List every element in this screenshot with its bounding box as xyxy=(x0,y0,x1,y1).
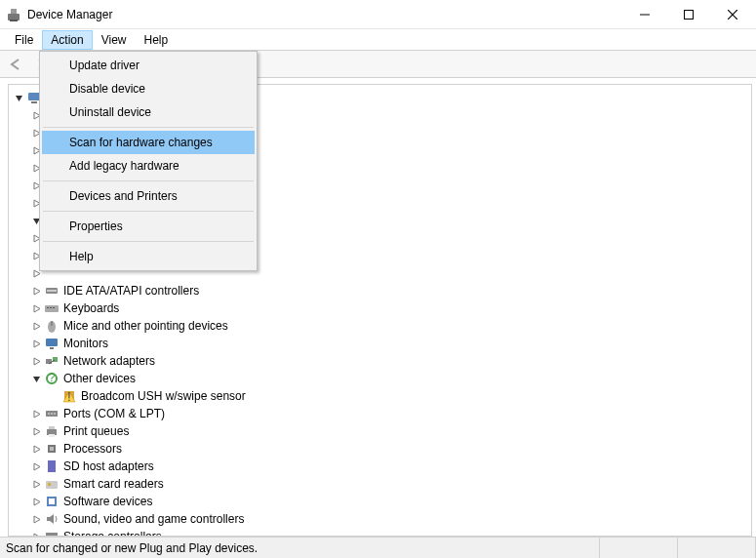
chevron-right-icon[interactable] xyxy=(30,287,42,296)
other-icon: ? xyxy=(44,371,60,386)
software-icon xyxy=(44,494,60,509)
chevron-right-icon[interactable] xyxy=(30,357,42,366)
menu-help[interactable]: Help xyxy=(136,30,178,50)
monitor-icon xyxy=(44,336,60,351)
tree-item[interactable]: Sound, video and game controllers xyxy=(9,510,751,528)
chevron-right-icon[interactable] xyxy=(30,515,42,524)
minimize-button[interactable] xyxy=(622,1,666,28)
tree-item-label: Software devices xyxy=(63,495,152,508)
menu-separator xyxy=(43,127,254,128)
svg-rect-10 xyxy=(47,290,57,292)
svg-rect-36 xyxy=(48,483,51,486)
menu-separator xyxy=(43,241,254,242)
warn-icon: ! xyxy=(61,388,77,404)
chevron-right-icon[interactable] xyxy=(30,322,42,331)
tree-item[interactable]: !Broadcom USH w/swipe sensor xyxy=(9,387,751,405)
tree-item-label: Other devices xyxy=(63,372,136,385)
tree-item-label: Mice and other pointing devices xyxy=(63,319,228,333)
chevron-down-icon[interactable] xyxy=(30,375,42,383)
port-icon xyxy=(44,406,60,421)
tree-item[interactable]: Software devices xyxy=(9,493,751,510)
menu-view[interactable]: View xyxy=(93,30,136,50)
svg-rect-1 xyxy=(11,9,17,14)
cpu-icon xyxy=(44,441,60,457)
tree-item-label: Broadcom USH w/swipe sensor xyxy=(81,389,246,403)
tree-item[interactable]: IDE ATA/ATAPI controllers xyxy=(9,282,751,299)
storage-icon xyxy=(44,529,60,537)
tree-item-label: SD host adapters xyxy=(63,459,154,473)
sound-icon xyxy=(44,511,60,527)
svg-rect-32 xyxy=(49,434,55,437)
menu-action[interactable]: Action xyxy=(42,30,92,50)
menu-item-scan-for-hardware-changes[interactable]: Scan for hardware changes xyxy=(42,131,255,154)
menu-item-properties[interactable]: Properties xyxy=(42,215,255,238)
title-bar: Device Manager xyxy=(0,0,756,29)
tree-item[interactable]: ?Other devices xyxy=(9,370,751,387)
svg-rect-18 xyxy=(50,347,54,349)
svg-rect-39 xyxy=(46,533,58,536)
tree-item[interactable]: Mice and other pointing devices xyxy=(9,317,751,335)
menu-item-add-legacy-hardware[interactable]: Add legacy hardware xyxy=(42,154,255,178)
chevron-right-icon[interactable] xyxy=(30,410,42,418)
tree-item-label: Network adapters xyxy=(63,354,155,368)
chevron-right-icon[interactable] xyxy=(30,462,42,471)
tree-item[interactable]: Monitors xyxy=(9,335,751,352)
tree-item[interactable]: Smart card readers xyxy=(9,475,751,493)
svg-rect-0 xyxy=(8,14,20,20)
window-title: Device Manager xyxy=(27,8,622,21)
svg-rect-14 xyxy=(53,307,55,308)
status-cell-2 xyxy=(600,538,678,558)
tree-item[interactable]: Storage controllers xyxy=(9,528,751,537)
svg-point-29 xyxy=(54,413,56,415)
menu-separator xyxy=(43,180,254,181)
svg-rect-12 xyxy=(47,307,49,308)
menu-item-uninstall-device[interactable]: Uninstall device xyxy=(42,100,255,124)
mouse-icon xyxy=(44,318,60,334)
menu-file[interactable]: File xyxy=(6,30,42,50)
chevron-right-icon[interactable] xyxy=(30,339,42,348)
svg-text:!: ! xyxy=(67,390,70,404)
tree-item[interactable]: SD host adapters xyxy=(9,458,751,475)
menu-bar: FileActionViewHelp xyxy=(0,29,756,51)
menu-item-update-driver[interactable]: Update driver xyxy=(42,54,255,77)
status-cell-3 xyxy=(678,538,756,558)
svg-rect-4 xyxy=(684,10,693,19)
svg-rect-8 xyxy=(31,101,37,103)
svg-point-27 xyxy=(48,413,50,415)
back-button[interactable] xyxy=(6,54,27,75)
keyboard-icon xyxy=(44,300,60,316)
chevron-right-icon[interactable] xyxy=(30,427,42,436)
chevron-right-icon[interactable] xyxy=(30,445,42,454)
menu-item-help[interactable]: Help xyxy=(42,245,255,268)
status-text: Scan for changed or new Plug and Play de… xyxy=(4,538,600,558)
smartcard-icon xyxy=(44,476,60,492)
tree-item-label: IDE ATA/ATAPI controllers xyxy=(63,284,199,298)
tree-item[interactable]: Ports (COM & LPT) xyxy=(9,405,751,422)
tree-item-label: Keyboards xyxy=(63,301,119,315)
close-button[interactable] xyxy=(710,1,754,28)
menu-item-devices-and-printers[interactable]: Devices and Printers xyxy=(42,184,255,208)
network-icon xyxy=(44,353,60,369)
tree-item[interactable]: Keyboards xyxy=(9,299,751,317)
svg-rect-11 xyxy=(45,305,59,312)
tree-item-label: Sound, video and game controllers xyxy=(63,512,244,526)
chevron-down-icon[interactable] xyxy=(13,94,24,102)
svg-rect-19 xyxy=(46,359,52,364)
svg-rect-2 xyxy=(10,20,18,21)
chevron-right-icon[interactable] xyxy=(30,498,42,506)
tree-item[interactable]: Network adapters xyxy=(9,352,751,370)
tree-item[interactable]: Print queues xyxy=(9,422,751,440)
svg-text:?: ? xyxy=(49,371,56,384)
action-menu-dropdown: Update driverDisable deviceUninstall dev… xyxy=(39,51,258,271)
svg-rect-34 xyxy=(50,447,54,451)
chevron-right-icon[interactable] xyxy=(30,480,42,489)
tree-item-label: Storage controllers xyxy=(63,530,162,537)
svg-rect-31 xyxy=(49,426,55,429)
svg-rect-35 xyxy=(46,481,58,489)
maximize-button[interactable] xyxy=(666,1,710,28)
menu-separator xyxy=(43,211,254,212)
menu-item-disable-device[interactable]: Disable device xyxy=(42,77,255,100)
tree-item-label: Print queues xyxy=(63,424,129,438)
chevron-right-icon[interactable] xyxy=(30,304,42,313)
tree-item[interactable]: Processors xyxy=(9,440,751,458)
